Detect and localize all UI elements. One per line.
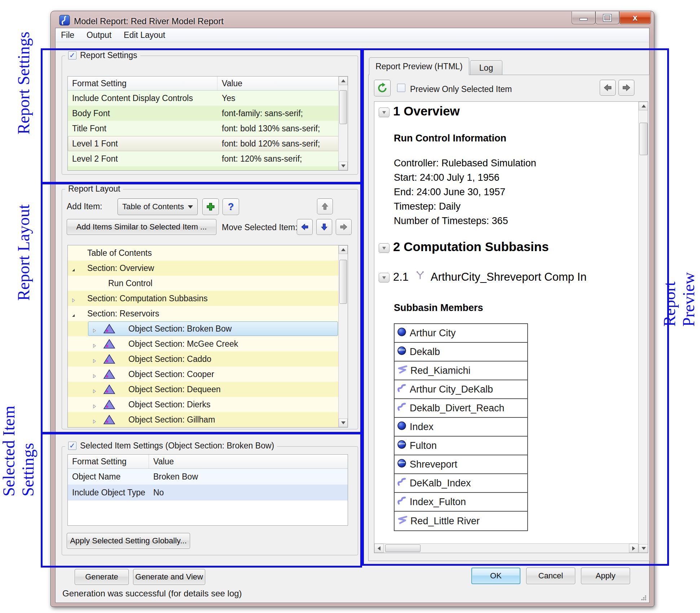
tree-item[interactable]: Section: Reservoirs [68, 306, 339, 321]
tree-collapsed-icon[interactable] [92, 326, 97, 336]
generate-and-view-button[interactable]: Generate and View [133, 569, 205, 585]
report-settings-scrollbar[interactable] [338, 76, 348, 170]
tree-collapsed-icon[interactable] [92, 341, 97, 351]
help-button[interactable]: ? [223, 198, 239, 215]
nav-back-button[interactable] [600, 80, 616, 96]
col-format-setting[interactable]: Format Setting [68, 76, 217, 90]
arrow-down-icon [320, 223, 328, 231]
tree-item[interactable]: Table of Contents [68, 245, 339, 260]
check-icon: ✓ [69, 52, 75, 59]
format-setting-row[interactable]: Level 2 Fontfont: 120% sans-serif; [68, 151, 348, 166]
col-value[interactable]: Value [217, 76, 348, 90]
format-setting-row[interactable]: Level 1 Fontfont: bold 120% sans-serif; [68, 136, 348, 151]
tree-item[interactable]: Object Section: Dequeen [68, 382, 339, 397]
subbasin-title: ArthurCity_Shreveport Comp In [431, 271, 586, 284]
report-settings-label: Report Settings [80, 51, 137, 60]
format-setting-row[interactable]: Include Object TypeNo [68, 485, 348, 500]
generate-button[interactable]: Generate [75, 569, 129, 585]
menu-output[interactable]: Output [87, 30, 111, 40]
close-button[interactable]: x [619, 12, 651, 24]
tree-item[interactable]: Object Section: McGee Creek [68, 336, 339, 351]
member-name: Dekalb [410, 346, 440, 358]
format-setting-row[interactable]: Title Fontfont: bold 130% sans-serif; [68, 121, 348, 136]
scroll-down-icon[interactable] [339, 162, 348, 170]
tree-collapsed-icon[interactable] [92, 402, 97, 411]
scroll-down-icon[interactable] [339, 419, 348, 427]
format-setting-row[interactable]: Object NameBroken Bow [68, 469, 348, 485]
member-row: Fulton [395, 437, 527, 455]
scroll-up-icon[interactable] [639, 102, 648, 110]
tree-scrollbar[interactable] [338, 245, 348, 427]
tab-report-preview[interactable]: Report Preview (HTML) [369, 57, 469, 75]
col-format-setting[interactable]: Format Setting [68, 455, 149, 468]
minimize-button[interactable] [572, 12, 595, 24]
collapse-overview-button[interactable] [379, 108, 389, 117]
scrollbar-thumb[interactable] [639, 123, 648, 155]
tree-collapsed-icon[interactable] [92, 417, 97, 426]
collapse-computation-button[interactable] [379, 243, 389, 253]
tree-item[interactable]: Object Section: Gillham [68, 412, 339, 427]
apply-button[interactable]: Apply [581, 568, 630, 584]
scrollbar-thumb[interactable] [385, 544, 421, 552]
member-row: Arthur City [395, 324, 527, 343]
format-setting-row[interactable]: Body Fontfont-family: sans-serif; [68, 106, 348, 121]
reservoir-icon [103, 414, 115, 427]
member-row: Shreveport [395, 455, 527, 474]
preview-vscrollbar[interactable] [638, 102, 648, 553]
preview-only-checkbox[interactable] [397, 84, 405, 92]
add-item-button[interactable] [202, 198, 219, 215]
tree-expanded-icon[interactable] [71, 265, 76, 275]
collapse-subbasin-button[interactable] [379, 273, 389, 283]
tree-item-label: Object Section: Dequeen [128, 385, 221, 394]
tree-item[interactable]: Section: Computation Subbasins [68, 291, 339, 306]
scroll-up-icon[interactable] [339, 76, 348, 85]
tree-collapsed-icon[interactable] [92, 356, 97, 366]
member-row: Index [395, 418, 527, 437]
report-settings-checkbox[interactable]: ✓ [68, 51, 76, 60]
tree-item[interactable]: Object Section: Cooper [68, 367, 339, 382]
tree-item[interactable]: Object Section: Caddo [68, 351, 339, 367]
nav-forward-button[interactable] [618, 80, 634, 96]
tree-expanded-icon[interactable] [71, 311, 76, 320]
tree-collapsed-icon[interactable] [71, 295, 76, 305]
control-point-icon [397, 346, 407, 358]
scroll-right-icon[interactable] [629, 544, 638, 553]
tree-item[interactable]: Section: Overview [68, 260, 339, 276]
format-setting-row[interactable]: Level 3 Fontfont: 110% sans-serif [68, 166, 348, 171]
ok-button[interactable]: OK [471, 568, 520, 584]
scrollbar-thumb[interactable] [339, 260, 347, 304]
tree-collapsed-icon[interactable] [92, 371, 97, 381]
scroll-down-icon[interactable] [639, 544, 648, 553]
move-up-button[interactable] [317, 198, 333, 214]
cancel-button[interactable]: Cancel [526, 568, 575, 584]
move-down-button[interactable] [316, 219, 332, 235]
apply-globally-button[interactable]: Apply Selected Setting Globally... [67, 533, 190, 549]
menu-file[interactable]: File [61, 30, 74, 40]
preview-hscrollbar[interactable] [374, 543, 638, 553]
selected-item-header: Format Setting Value [68, 455, 348, 469]
selected-item-checkbox[interactable]: ✓ [68, 442, 76, 450]
add-similar-button[interactable]: Add Items Similar to Selected Item ... [67, 219, 216, 235]
reservoir-icon [103, 369, 115, 382]
move-left-button[interactable] [297, 219, 313, 235]
col-value[interactable]: Value [149, 455, 348, 468]
tree-item[interactable]: Object Section: Broken Bow [68, 321, 339, 336]
refresh-button[interactable] [374, 80, 391, 96]
maximize-button[interactable] [595, 12, 619, 24]
scroll-up-icon[interactable] [339, 245, 348, 254]
tree-collapsed-icon[interactable] [92, 386, 97, 396]
scrollbar-thumb[interactable] [339, 90, 347, 124]
tree-item[interactable]: Run Control [68, 276, 339, 291]
member-row: DeKalb_Index [395, 474, 527, 493]
refresh-icon [377, 83, 388, 93]
tree-item-label: Object Section: Broken Bow [128, 324, 232, 334]
tree-item[interactable]: Object Section: Dierks [68, 397, 339, 412]
resize-grip[interactable] [641, 595, 647, 601]
member-row: Index_Fulton [395, 493, 527, 512]
scroll-left-icon[interactable] [374, 544, 384, 553]
add-item-combobox[interactable]: Table of Contents [118, 198, 198, 215]
format-setting-row[interactable]: Include Content Display ControlsYes [68, 91, 348, 106]
tab-log[interactable]: Log [470, 60, 502, 75]
menu-edit-layout[interactable]: Edit Layout [124, 30, 165, 40]
move-right-button[interactable] [336, 219, 352, 235]
